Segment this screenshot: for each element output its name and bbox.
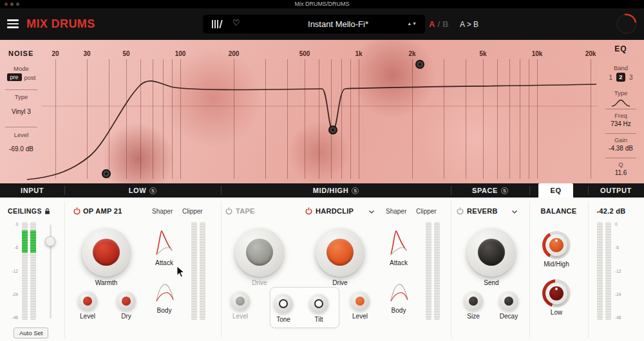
- favorite-heart-icon[interactable]: ♡: [232, 18, 240, 28]
- midhigh-shaper-toggle[interactable]: Shaper: [386, 208, 406, 215]
- eq-q-label: Q: [598, 161, 644, 168]
- window-controls[interactable]: [5, 3, 19, 6]
- ab-copy-button[interactable]: A > B: [460, 20, 478, 29]
- ab-toggle-b[interactable]: B: [442, 19, 448, 29]
- eq-graph: [0, 40, 644, 183]
- eq-band-3[interactable]: 3: [629, 74, 633, 81]
- bell-curve-icon[interactable]: [598, 98, 644, 109]
- midhigh-clipper-toggle[interactable]: Clipper: [416, 208, 437, 215]
- chevron-down-icon[interactable]: [511, 210, 518, 214]
- reverb-decay-label: Decay: [500, 313, 518, 320]
- eq-band-1[interactable]: 1: [609, 74, 612, 81]
- menu-icon[interactable]: [7, 19, 19, 29]
- solo-icon[interactable]: S: [149, 187, 156, 194]
- window-close-icon[interactable]: [5, 3, 8, 6]
- balance-midhigh-knob[interactable]: [542, 231, 571, 259]
- preset-prev-next-icons[interactable]: ▲▼: [407, 21, 417, 26]
- tab-low[interactable]: LOW S: [64, 183, 221, 198]
- tape-level-label: Level: [232, 313, 248, 320]
- low-power-icon[interactable]: [73, 207, 80, 215]
- window-zoom-icon[interactable]: [16, 3, 19, 6]
- eq-band-panel: EQ Band 1 2 3 Type Freq 734 Hz Gain -4.3…: [598, 40, 644, 183]
- noise-mode-post[interactable]: post: [24, 74, 36, 81]
- reverb-size-knob[interactable]: [464, 291, 483, 311]
- noise-type-value[interactable]: Vinyl 3: [0, 108, 43, 115]
- output-meter-scale: 0-6 -12-24 -48: [615, 222, 625, 320]
- midhigh-attack-curve-icon[interactable]: [389, 227, 408, 257]
- preset-library-icon[interactable]: [212, 20, 223, 28]
- divider: [221, 201, 222, 338]
- tilt-knob[interactable]: [309, 294, 328, 313]
- tab-space[interactable]: SPACE S: [451, 183, 529, 198]
- eq-band-label: Band: [598, 64, 644, 71]
- tape-level-knob[interactable]: [231, 291, 250, 311]
- tab-eq-label: EQ: [550, 187, 561, 194]
- low-body-curve-icon[interactable]: [155, 277, 175, 303]
- eq-panel-title: EQ: [598, 44, 644, 53]
- eq-gridlines: [55, 59, 591, 179]
- low-level-knob[interactable]: [78, 291, 97, 311]
- ab-toggle-a[interactable]: A: [429, 19, 435, 29]
- midhigh-level-label: Level: [352, 313, 368, 320]
- tab-input[interactable]: INPUT: [0, 183, 64, 198]
- tab-output[interactable]: OUTPUT: [588, 183, 644, 198]
- tab-eq[interactable]: EQ: [538, 183, 573, 198]
- preset-name[interactable]: Instant Mello-Fi*: [274, 19, 402, 29]
- chevron-down-icon[interactable]: [368, 210, 375, 214]
- eq-curve: [27, 81, 596, 180]
- freq-label: 100: [175, 50, 186, 57]
- low-dry-knob[interactable]: [117, 291, 136, 311]
- warmth-knob-label: Warmth: [95, 279, 118, 286]
- solo-icon[interactable]: S: [352, 187, 359, 194]
- noise-mode-toggle[interactable]: pre post: [0, 73, 43, 81]
- ceiling-slider-thumb[interactable]: [45, 236, 55, 246]
- eq-band-handle-1[interactable]: [102, 170, 110, 178]
- freq-label: 30: [83, 50, 90, 57]
- tab-midhigh[interactable]: MID/HIGH S: [221, 183, 451, 198]
- tape-power-icon[interactable]: [225, 207, 232, 215]
- ab-toggle[interactable]: A / B: [429, 19, 448, 29]
- eq-band-selector[interactable]: 1 2 3: [598, 73, 644, 82]
- low-clipper-toggle[interactable]: Clipper: [182, 208, 203, 215]
- reverb-send-knob[interactable]: [467, 228, 516, 277]
- noise-level-value[interactable]: -69.0 dB: [0, 145, 43, 152]
- low-shaper-toggle[interactable]: Shaper: [152, 208, 173, 215]
- warmth-knob[interactable]: [82, 228, 131, 277]
- noise-mode-pre[interactable]: pre: [7, 73, 22, 81]
- tape-drive-knob[interactable]: [235, 228, 284, 277]
- noise-panel: NOISE Mode pre post Type Vinyl 3 Level -…: [0, 40, 50, 183]
- output-meter-right: [605, 222, 611, 320]
- low-module-selector[interactable]: OP AMP 21: [83, 207, 122, 215]
- titlebar: Mix DRUMS/DRUMS: [0, 0, 644, 8]
- eq-band-handle-3[interactable]: [416, 60, 424, 68]
- noise-type-label: Type: [0, 93, 43, 100]
- window-title: Mix DRUMS/DRUMS: [0, 0, 644, 8]
- divider: [5, 89, 37, 90]
- midhigh-body-curve-icon[interactable]: [390, 277, 409, 303]
- low-attack-curve-icon[interactable]: [155, 227, 174, 257]
- auto-set-button[interactable]: Auto Set: [14, 327, 48, 338]
- reverb-power-icon[interactable]: [457, 207, 464, 215]
- eq-q-value[interactable]: 11.6: [598, 169, 644, 176]
- balance-low-knob[interactable]: [542, 279, 571, 308]
- tone-knob[interactable]: [274, 294, 293, 313]
- eq-band-2-selected[interactable]: 2: [616, 73, 625, 82]
- eq-type-label: Type: [598, 89, 644, 97]
- eq-gain-value[interactable]: -4.38 dB: [598, 145, 644, 152]
- eq-freq-value[interactable]: 734 Hz: [598, 120, 644, 127]
- hardclip-power-icon[interactable]: [305, 207, 312, 215]
- tape-module-selector[interactable]: TAPE: [236, 207, 255, 215]
- solo-icon[interactable]: S: [501, 187, 508, 194]
- midhigh-level-knob[interactable]: [350, 291, 370, 311]
- freq-label: 2k: [408, 50, 415, 57]
- window-minimize-icon[interactable]: [10, 3, 14, 6]
- eq-band-handle-2[interactable]: [329, 126, 337, 134]
- output-meters: [597, 222, 611, 320]
- hardclip-drive-knob[interactable]: [316, 228, 365, 277]
- hardclip-module-selector[interactable]: HARDCLIP: [316, 207, 354, 215]
- output-level-value[interactable]: -42.2 dB: [585, 207, 638, 215]
- output-gain-knob-header[interactable]: [616, 13, 638, 37]
- reverb-decay-knob[interactable]: [499, 291, 518, 311]
- knob-cap: [93, 239, 120, 266]
- reverb-module-selector[interactable]: REVERB: [467, 207, 498, 215]
